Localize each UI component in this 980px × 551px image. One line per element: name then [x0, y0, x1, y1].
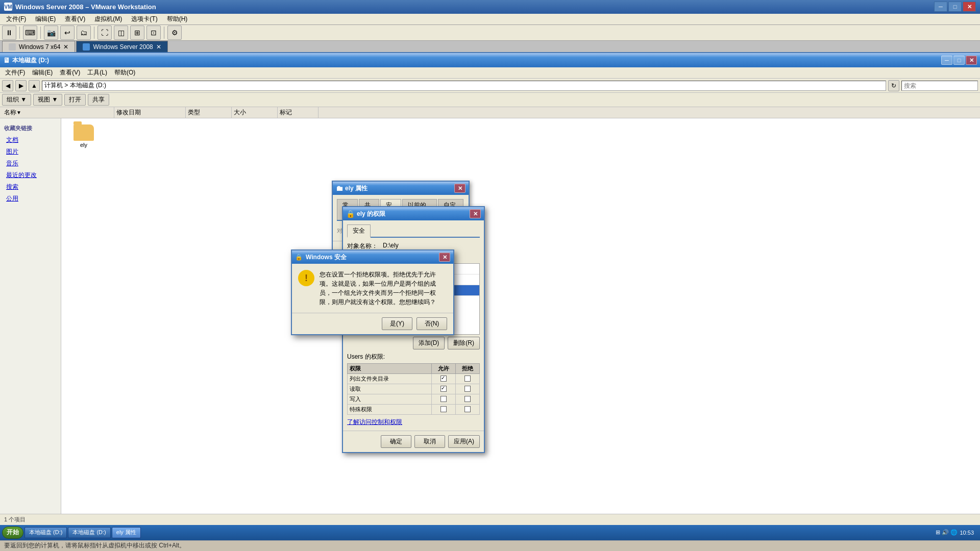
explorer-menu: 文件(F) 编辑(E) 查看(V) 工具(L) 帮助(O)	[0, 67, 980, 79]
tab-server-label: Windows Server 2008	[93, 43, 153, 51]
sidebar-pictures[interactable]: 图片	[0, 146, 61, 158]
up-button[interactable]: ▲	[29, 80, 40, 91]
permissions-apply[interactable]: 应用(A)	[448, 435, 480, 448]
perm-read-allow-cell[interactable]	[431, 384, 455, 394]
taskbar-item-disk2[interactable]: 本地磁盘 (D:)	[68, 527, 110, 538]
col-tag[interactable]: 标记	[278, 107, 318, 118]
back-button[interactable]: ◀	[2, 80, 13, 91]
security-yes-button[interactable]: 是(Y)	[382, 317, 412, 330]
fullscreen-button[interactable]: ⛶	[97, 26, 112, 40]
close-button[interactable]: ✕	[963, 2, 976, 12]
explorer-title-buttons: ─ □ ✕	[941, 56, 977, 65]
refresh-button[interactable]: ↻	[888, 80, 899, 91]
permissions-icon: 🔒	[346, 210, 355, 218]
perm-list-allow-cb	[440, 375, 447, 382]
sidebar-public[interactable]: 公用	[0, 193, 61, 205]
exp-menu-tools[interactable]: 工具(L)	[84, 67, 110, 78]
settings-button[interactable]: ⚙	[167, 26, 182, 40]
tab-win7[interactable]: Windows 7 x64 ✕	[2, 41, 75, 52]
perm-write-deny-cell[interactable]	[455, 394, 479, 405]
explorer-sidebar: 收藏夹链接 文档 图片 音乐 最近的更改 搜索 公用	[0, 118, 61, 513]
menu-edit[interactable]: 编辑(E)	[31, 14, 60, 24]
permissions-ok[interactable]: 确定	[381, 435, 411, 448]
permissions-cancel[interactable]: 取消	[414, 435, 445, 448]
remove-user-button[interactable]: 删除(R)	[448, 337, 480, 349]
sidebar-music[interactable]: 音乐	[0, 158, 61, 169]
perm-read-deny-cell[interactable]	[455, 384, 479, 394]
dialog-properties-close[interactable]: ✕	[454, 184, 465, 193]
forward-button[interactable]: ▶	[15, 80, 27, 91]
search-input[interactable]	[901, 81, 978, 91]
exp-menu-help[interactable]: 帮助(O)	[111, 67, 138, 78]
security-no-button[interactable]: 否(N)	[416, 317, 447, 330]
unity-button[interactable]: ◫	[114, 26, 128, 40]
security-close[interactable]: ✕	[439, 253, 450, 262]
start-button[interactable]: 开始	[2, 527, 23, 539]
menu-view[interactable]: 查看(V)	[61, 14, 89, 24]
col-name[interactable]: 名称 ▼	[2, 107, 114, 118]
warning-icon: !	[298, 270, 314, 286]
perm-list-deny-cell[interactable]	[455, 374, 479, 384]
col-perm-deny: 拒绝	[455, 364, 479, 374]
perm-action-buttons: 添加(D) 删除(R)	[347, 337, 480, 349]
tab-server-close[interactable]: ✕	[156, 43, 161, 51]
share-button[interactable]: 共享	[88, 94, 109, 106]
open-button[interactable]: 打开	[64, 94, 86, 106]
folder-ply[interactable]: ely	[65, 122, 102, 150]
explorer-restore[interactable]: □	[953, 56, 965, 65]
view-button[interactable]: 视图 ▼	[33, 94, 62, 106]
explorer-minimize[interactable]: ─	[941, 56, 952, 65]
access-control-link[interactable]: 了解访问控制和权限	[347, 418, 402, 425]
explorer-title: 本地磁盘 (D:)	[12, 56, 941, 65]
add-user-button[interactable]: 添加(D)	[413, 337, 445, 349]
address-input[interactable]	[42, 81, 886, 91]
col-date[interactable]: 修改日期	[114, 107, 186, 118]
dialog-permissions-footer: 确定 取消 应用(A)	[343, 431, 484, 452]
sidebar-search[interactable]: 搜索	[0, 181, 61, 193]
perms-for-label: Users 的权限:	[347, 353, 480, 361]
maximize-button[interactable]: □	[948, 2, 962, 12]
col-perm-allow: 允许	[431, 364, 455, 374]
permissions-tab-security[interactable]: 安全	[347, 224, 371, 238]
perm-special-allow-cell[interactable]	[431, 405, 455, 415]
col-size[interactable]: 大小	[232, 107, 278, 118]
perm-read-allow-cb	[440, 386, 447, 392]
exp-menu-edit[interactable]: 编辑(E)	[29, 67, 56, 78]
perm-list-label: 列出文件夹目录	[348, 374, 432, 384]
col-type[interactable]: 类型	[186, 107, 232, 118]
send-keys-button[interactable]: ⌨	[23, 26, 37, 40]
revert-button[interactable]: ↩	[60, 26, 75, 40]
perm-write-allow-cb	[440, 396, 447, 402]
exp-menu-file[interactable]: 文件(F)	[2, 67, 28, 78]
permissions-table: 权限 允许 拒绝 列出文件夹目录 读取	[347, 363, 480, 415]
perm-write-allow-cell[interactable]	[431, 394, 455, 405]
fit-button[interactable]: ⊞	[130, 26, 144, 40]
perm-special-deny-cell[interactable]	[455, 405, 479, 415]
sidebar-documents[interactable]: 文档	[0, 134, 61, 146]
perm-list-allow-cell[interactable]	[431, 374, 455, 384]
snapshot-button[interactable]: 📷	[44, 26, 58, 40]
minimize-button[interactable]: ─	[934, 2, 947, 12]
dialog-permissions-close[interactable]: ✕	[470, 209, 481, 218]
tab-win7-close[interactable]: ✕	[63, 43, 68, 51]
snapshot-manager-button[interactable]: 🗂	[77, 26, 91, 40]
security-body: ! 您在设置一个拒绝权限项。拒绝优先于允许项。这就是说，如果一位用户是两个组的成…	[292, 264, 453, 313]
perm-special-label: 特殊权限	[348, 405, 432, 415]
explorer-close[interactable]: ✕	[966, 56, 977, 65]
access-control-link-container: 了解访问控制和权限	[347, 418, 480, 427]
autofit-button[interactable]: ⊡	[146, 26, 161, 40]
menu-tab[interactable]: 选项卡(T)	[127, 14, 161, 24]
menu-file[interactable]: 文件(F)	[2, 14, 30, 24]
taskbar-item-properties[interactable]: ely 属性	[112, 527, 141, 538]
menu-vm[interactable]: 虚拟机(M)	[90, 14, 126, 24]
dialog-permissions-title: ely 的权限	[357, 210, 470, 218]
exp-menu-view[interactable]: 查看(V)	[57, 67, 83, 78]
tab-server2008[interactable]: Windows Server 2008 ✕	[76, 41, 167, 52]
perm-row-special: 特殊权限	[348, 405, 480, 415]
taskbar-properties-label: ely 属性	[116, 529, 136, 536]
pause-button[interactable]: ⏸	[2, 26, 16, 40]
taskbar-item-disk1[interactable]: 本地磁盘 (D:)	[24, 527, 67, 538]
sidebar-recent[interactable]: 最近的更改	[0, 169, 61, 181]
organize-button[interactable]: 组织 ▼	[2, 94, 31, 106]
menu-help[interactable]: 帮助(H)	[163, 14, 192, 24]
